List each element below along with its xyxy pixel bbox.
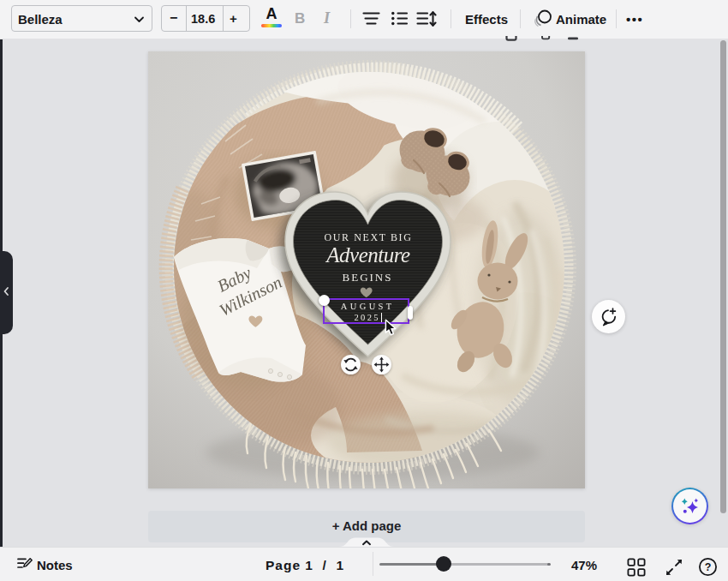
- svg-text:OUR NEXT BIG: OUR NEXT BIG: [325, 231, 413, 243]
- svg-text:Adventure: Adventure: [325, 243, 410, 267]
- svg-text:?: ?: [705, 561, 712, 573]
- svg-text:BEGINS: BEGINS: [343, 271, 393, 284]
